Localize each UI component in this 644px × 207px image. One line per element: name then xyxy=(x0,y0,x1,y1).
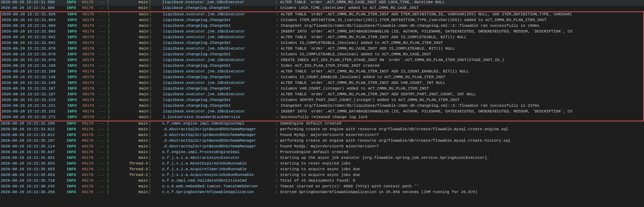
log-message: : starting to reset expired jobs xyxy=(275,161,643,166)
log-message: : Columns IS_COUNT_ENABLED_(boolean) add… xyxy=(276,75,643,79)
log-timestamp: 2020-08-26 15:22:38.258 xyxy=(1,190,67,194)
log-message: : Columns IS_COMPLETEABLE_(boolean) adde… xyxy=(276,52,643,56)
log-class: liquibase.changelog.ChangeSet xyxy=(162,6,272,10)
log-row: 2020-08-26 15:22:32.225 INFO 49170 --- [… xyxy=(1,98,643,104)
log-timestamp: 2020-08-26 15:22:35.653 xyxy=(1,161,67,166)
log-timestamp: 2020-08-26 15:22:33.012 xyxy=(1,127,67,131)
log-pid: 49170 xyxy=(82,127,98,131)
log-thread: main xyxy=(112,115,149,119)
log-pid: 49170 xyxy=(82,115,98,119)
log-dashes: --- [ xyxy=(98,86,112,91)
log-row: 2020-08-26 15:22:35.718 INFO 49170 --- [… xyxy=(0,178,644,184)
log-pid: 49170 xyxy=(82,184,98,188)
log-thread: main xyxy=(111,6,149,10)
log-pid: 49170 xyxy=(82,150,98,154)
log-pid: 49170 xyxy=(82,35,98,39)
log-timestamp: 2020-08-26 15:22:32.289 xyxy=(1,121,67,126)
log-row: 2020-08-26 15:22:32.108 INFO 49170 --- [… xyxy=(1,64,643,69)
log-timestamp: 2020-08-26 15:22:32.148 xyxy=(1,81,67,85)
log-thread: main xyxy=(111,121,149,126)
log-row: 2020-08-26 15:22:33.012 INFO 49170 --- [… xyxy=(0,133,644,138)
log-dashes: --- [ xyxy=(98,52,112,56)
log-dashes: --- [ xyxy=(98,150,111,154)
log-timestamp: 2020-08-26 15:22:35.114 xyxy=(1,144,67,148)
log-dashes: --- [ xyxy=(98,133,111,137)
log-row: 2020-08-26 15:22:38.258 INFO 49170 --- [… xyxy=(0,190,644,196)
log-level: INFO xyxy=(67,18,82,22)
log-timestamp: 2020-08-26 15:22:38.245 xyxy=(1,184,67,188)
log-thread: main xyxy=(112,75,149,79)
log-thread: Thread-3 xyxy=(111,167,149,171)
log-dashes: --- [ xyxy=(98,144,111,148)
log-class: liquibase.executor.jvm.JdbcExecutor xyxy=(163,109,273,113)
log-class: o.f.j.s.i.a.AcquireAsyncJobsDueRunnable xyxy=(162,173,272,177)
log-level: INFO xyxy=(67,12,82,16)
log-class: liquibase.executor.jvm.JdbcExecutor xyxy=(163,69,273,74)
log-class: .d.AbstractSqlScriptBasedDbSchemaManager xyxy=(162,144,272,148)
log-pid: 49170 xyxy=(82,178,98,183)
log-level: INFO xyxy=(67,115,82,119)
log-pid: 49170 xyxy=(82,92,98,96)
log-level: INFO xyxy=(67,75,82,79)
highlight-region: 2020-08-26 15:22:31.926 INFO 49170 --- [… xyxy=(0,11,644,121)
log-thread: main xyxy=(111,156,149,160)
log-pid: 49170 xyxy=(82,121,98,126)
log-level: INFO xyxy=(67,127,82,131)
log-level: INFO xyxy=(67,98,82,102)
log-timestamp: 2020-08-26 15:22:31.969 xyxy=(1,24,67,28)
log-dashes: --- [ xyxy=(98,81,112,85)
log-level: INFO xyxy=(67,64,82,68)
log-bracket: ] xyxy=(149,127,162,131)
log-class: liquibase.changelog.ChangeSet xyxy=(163,86,273,91)
log-row: 2020-08-26 15:22:35.652 INFO 49170 --- [… xyxy=(0,156,644,161)
log-pid: 49170 xyxy=(82,173,98,177)
log-bracket: ] xyxy=(149,167,162,171)
log-dashes: --- [ xyxy=(98,121,111,126)
log-thread: main xyxy=(111,0,149,4)
log-row: 2020-08-26 15:22:31.964 INFO 49170 --- [… xyxy=(1,18,643,24)
log-timestamp: 2020-08-26 15:22:32.042 xyxy=(1,41,67,45)
log-dashes: --- [ xyxy=(98,69,112,74)
log-container: 2020-08-26 15:22:31.690 INFO 49170 --- [… xyxy=(0,0,644,196)
log-message: : INSERT INTO `order`.ACT_CMMN_DATABASEC… xyxy=(276,109,643,113)
log-message: : Successfully released change log lock xyxy=(276,115,643,119)
log-dashes: --- [ xyxy=(98,29,112,34)
log-level: INFO xyxy=(67,133,82,137)
log-message: : Found MySQL: majorVersion=5 minorVersi… xyxy=(275,133,643,137)
log-class: liquibase.changelog.ChangeSet xyxy=(163,64,273,68)
log-class: liquibase.executor.jvm.JdbcExecutor xyxy=(163,29,273,34)
log-bracket: ] xyxy=(149,190,162,194)
log-level: INFO xyxy=(67,178,82,183)
log-message: : Found MySQL: majorVersion=5 minorVersi… xyxy=(275,144,643,148)
log-dashes: --- [ xyxy=(98,104,112,108)
log-message: : starting to acquire async jobs due xyxy=(275,167,643,171)
log-bracket: ] xyxy=(149,156,162,160)
log-thread: main xyxy=(112,41,149,45)
log-message: : ALTER TABLE `order`.ACT_CMMN_RU_CASE_I… xyxy=(276,46,643,51)
log-level: INFO xyxy=(67,173,82,177)
log-pid: 49170 xyxy=(82,12,98,16)
log-thread: main xyxy=(112,81,149,85)
log-thread: main xyxy=(111,133,149,137)
log-thread: main xyxy=(111,144,149,148)
log-message: : ALTER TABLE `order`.ACT_CMMN_RU_CASE_I… xyxy=(275,0,643,4)
log-message: : INSERT INTO `order`.ACT_CMMN_DATABASEC… xyxy=(276,29,643,34)
log-level: INFO xyxy=(67,52,82,56)
log-pid: 49170 xyxy=(82,138,98,143)
log-bracket: ] xyxy=(149,81,163,85)
log-thread: main xyxy=(112,29,149,34)
log-message: : Columns LOCK_TIME_(datetime) added to … xyxy=(275,6,643,10)
log-pid: 49170 xyxy=(82,156,98,160)
log-message: : ALTER TABLE `order`.ACT_CMMN_RU_PLAN_I… xyxy=(276,92,643,96)
log-pid: 49170 xyxy=(82,29,98,34)
log-timestamp: 2020-08-26 15:22:32.042 xyxy=(1,35,67,39)
log-class: liquibase.changelog.ChangeSet xyxy=(163,75,273,79)
log-pid: 49170 xyxy=(82,167,98,171)
log-dashes: --- [ xyxy=(98,161,111,166)
log-dashes: --- [ xyxy=(98,41,112,45)
log-thread: main xyxy=(112,86,149,91)
log-class: o.f.e.impl.cmd.ValidateV5EntitiesCmd xyxy=(162,178,272,183)
log-thread: main xyxy=(111,138,149,143)
log-bracket: ] xyxy=(149,121,162,126)
log-timestamp: 2020-08-26 15:22:31.926 xyxy=(1,12,67,16)
